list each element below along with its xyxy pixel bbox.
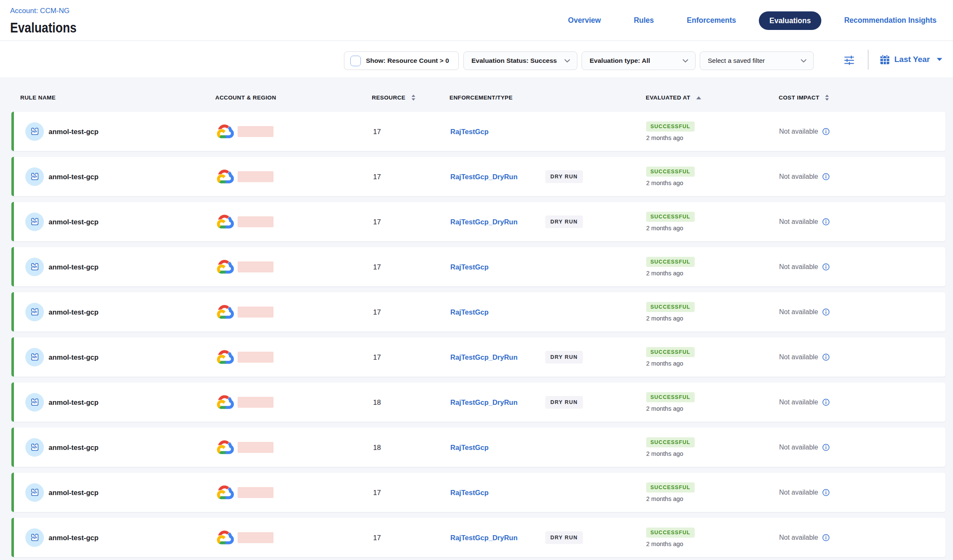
evaluation-status-value: Evaluation Status: Success xyxy=(471,57,557,65)
info-icon[interactable] xyxy=(822,218,830,226)
cost-impact-cell: Not available xyxy=(779,173,830,180)
evaluation-row[interactable]: anmol-test-gcp 18 RajTestGcp_DryRun DRY … xyxy=(11,382,945,422)
evaluated-at-cell: SUCCESSFUL 2 months ago xyxy=(646,202,695,241)
status-stripe xyxy=(11,202,14,241)
page-title: Evaluations xyxy=(10,20,76,36)
enforcement-link[interactable]: RajTestGcp xyxy=(450,127,488,135)
info-icon[interactable] xyxy=(822,308,830,316)
info-icon[interactable] xyxy=(822,353,830,361)
evaluation-row[interactable]: anmol-test-gcp 18 RajTestGcp SUCCESSFUL … xyxy=(11,428,945,467)
google-cloud-icon xyxy=(216,215,234,229)
account-region-redacted xyxy=(238,307,273,318)
resource-count: 17 xyxy=(373,308,381,316)
rule-avatar xyxy=(25,303,44,321)
code-rule-icon xyxy=(30,532,40,543)
table-header: RULE NAME ACCOUNT & REGION RESOURCE ENFO… xyxy=(0,78,953,112)
status-badge: SUCCESSFUL xyxy=(646,482,695,493)
evaluation-row[interactable]: anmol-test-gcp 17 RajTestGcp_DryRun DRY … xyxy=(11,337,945,377)
evaluation-row[interactable]: anmol-test-gcp 17 RajTestGcp SUCCESSFUL … xyxy=(11,292,945,331)
resource-count: 17 xyxy=(373,263,381,271)
rule-avatar xyxy=(25,528,44,547)
info-icon[interactable] xyxy=(822,128,830,135)
status-badge: SUCCESSFUL xyxy=(646,302,695,312)
evaluation-type-dropdown[interactable]: Evaluation type: All xyxy=(582,51,696,70)
cost-impact-cell: Not available xyxy=(779,128,830,135)
tab-recommendation-insights[interactable]: Recommendation Insights xyxy=(844,16,937,25)
status-stripe xyxy=(11,382,14,422)
rule-avatar xyxy=(25,213,44,231)
enforcement-link[interactable]: RajTestGcp xyxy=(450,443,488,451)
evaluated-time: 2 months ago xyxy=(646,225,683,232)
rule-avatar xyxy=(25,258,44,276)
tab-overview[interactable]: Overview xyxy=(568,16,601,25)
info-icon[interactable] xyxy=(822,173,830,180)
rule-name: anmol-test-gcp xyxy=(49,443,98,451)
rule-name: anmol-test-gcp xyxy=(49,353,98,361)
tab-evaluations[interactable]: Evaluations xyxy=(759,11,821,30)
info-icon[interactable] xyxy=(822,444,830,451)
evaluation-status-dropdown[interactable]: Evaluation Status: Success xyxy=(463,51,577,70)
account-region-redacted xyxy=(238,487,273,498)
date-range-value: Last Year xyxy=(894,55,930,64)
account-region-redacted xyxy=(238,261,273,272)
code-rule-icon xyxy=(30,216,40,227)
enforcement-link[interactable]: RajTestGcp xyxy=(450,488,488,496)
column-header-resource[interactable]: RESOURCE xyxy=(372,94,416,101)
cost-impact-text: Not available xyxy=(779,173,818,180)
evaluation-row[interactable]: anmol-test-gcp 17 RajTestGcp SUCCESSFUL … xyxy=(11,247,945,286)
column-header-cost-impact[interactable]: COST IMPACT xyxy=(779,94,829,101)
rule-name: anmol-test-gcp xyxy=(49,263,98,271)
info-icon[interactable] xyxy=(822,534,830,541)
status-badge: SUCCESSFUL xyxy=(646,212,695,222)
enforcement-link[interactable]: RajTestGcp_DryRun xyxy=(450,533,517,541)
cost-impact-text: Not available xyxy=(779,444,818,451)
sort-arrows-icon xyxy=(411,94,416,101)
cost-impact-cell: Not available xyxy=(779,534,830,541)
status-badge: SUCCESSFUL xyxy=(646,167,695,177)
dry-run-badge: DRY RUN xyxy=(545,396,583,409)
evaluated-at-cell: SUCCESSFUL 2 months ago xyxy=(646,428,695,467)
resource-count-checkbox[interactable] xyxy=(350,56,361,66)
tab-enforcements[interactable]: Enforcements xyxy=(687,16,736,25)
tab-rules[interactable]: Rules xyxy=(634,16,654,25)
resource-count: 17 xyxy=(373,488,381,496)
resource-count: 18 xyxy=(373,398,381,406)
date-range-picker[interactable]: Last Year xyxy=(879,53,942,66)
resource-count: 17 xyxy=(373,127,381,135)
evaluation-row[interactable]: anmol-test-gcp 17 RajTestGcp_DryRun DRY … xyxy=(11,157,945,196)
enforcement-link[interactable]: RajTestGcp_DryRun xyxy=(450,353,517,361)
status-stripe xyxy=(11,428,14,467)
info-icon[interactable] xyxy=(822,263,830,271)
rule-name: anmol-test-gcp xyxy=(49,533,98,541)
sort-ascending-icon xyxy=(696,96,701,100)
evaluation-row[interactable]: anmol-test-gcp 17 RajTestGcp SUCCESSFUL … xyxy=(11,112,945,151)
evaluation-row[interactable]: anmol-test-gcp 17 RajTestGcp_DryRun DRY … xyxy=(11,518,945,557)
enforcement-link[interactable]: RajTestGcp_DryRun xyxy=(450,218,517,226)
enforcement-link[interactable]: RajTestGcp xyxy=(450,308,488,316)
enforcement-link[interactable]: RajTestGcp xyxy=(450,263,488,271)
evaluation-row[interactable]: anmol-test-gcp 17 RajTestGcp SUCCESSFUL … xyxy=(11,473,945,512)
rule-avatar xyxy=(25,122,44,141)
enforcement-link[interactable]: RajTestGcp_DryRun xyxy=(450,172,517,180)
filter-sliders-button[interactable] xyxy=(843,55,855,66)
enforcement-link[interactable]: RajTestGcp_DryRun xyxy=(450,398,517,406)
evaluated-at-cell: SUCCESSFUL 2 months ago xyxy=(646,382,695,422)
evaluation-row[interactable]: anmol-test-gcp 17 RajTestGcp_DryRun DRY … xyxy=(11,202,945,241)
saved-filter-dropdown[interactable]: Select a saved filter xyxy=(700,51,814,70)
evaluated-time: 2 months ago xyxy=(646,135,683,141)
account-breadcrumb-link[interactable]: Account: CCM-NG xyxy=(10,7,88,15)
status-stripe xyxy=(11,518,14,557)
resource-count: 17 xyxy=(373,172,381,180)
status-badge: SUCCESSFUL xyxy=(646,392,695,402)
rule-avatar xyxy=(25,393,44,412)
cost-impact-cell: Not available xyxy=(779,218,830,226)
resource-count-filter[interactable]: Show: Resource Count > 0 xyxy=(344,51,459,70)
resource-count: 18 xyxy=(373,443,381,451)
info-icon[interactable] xyxy=(822,398,830,406)
dry-run-badge: DRY RUN xyxy=(545,215,583,228)
account-region-redacted xyxy=(238,126,273,137)
column-header-evaluated-at[interactable]: EVALUATED AT xyxy=(646,94,701,101)
evaluation-type-value: Evaluation type: All xyxy=(590,57,650,65)
cost-impact-cell: Not available xyxy=(779,444,830,451)
info-icon[interactable] xyxy=(822,489,830,496)
